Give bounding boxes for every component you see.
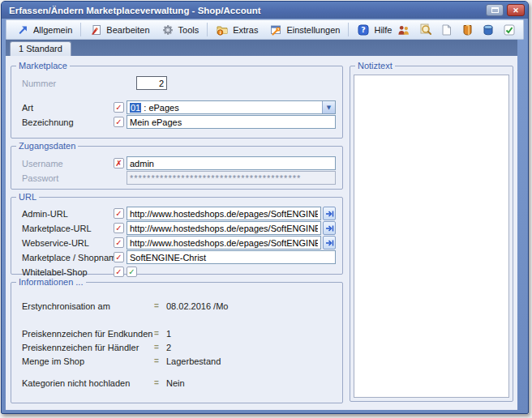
webservice-url-input[interactable]	[127, 236, 321, 250]
window-title: Erfassen/Ändern Marketplaceverwaltung - …	[9, 6, 483, 15]
notiztext-area[interactable]	[354, 75, 509, 398]
menu-item-extras[interactable]: Extras	[210, 21, 264, 39]
bezeichnung-label: Bezeichnung	[22, 117, 114, 127]
group-label-informationen: Informationen ...	[16, 277, 86, 287]
equals-icon: =	[154, 343, 166, 352]
group-notiztext: Notiztext	[350, 66, 513, 402]
marketplace-url-input[interactable]	[127, 221, 321, 235]
info-row: Menge im Shop = Lagerbestand	[22, 354, 336, 368]
admin-url-open-button[interactable]	[323, 207, 336, 220]
info-label: Preiskennzeichen für Händler	[22, 343, 154, 352]
shopname-label: Marketplace / Shopname	[22, 253, 114, 262]
equals-icon: =	[154, 329, 166, 338]
webservice-url-row: Webservice-URL ✓	[22, 236, 336, 250]
users-icon[interactable]	[397, 23, 410, 36]
left-column: Marketplace Nummer Art ✓ 01 : ePages	[11, 66, 343, 405]
info-value: 2	[166, 343, 171, 352]
bezeichnung-modified-check-icon[interactable]: ✓	[114, 117, 124, 127]
info-label: Menge im Shop	[22, 356, 154, 366]
marketplace-url-modified-check-icon[interactable]: ✓	[114, 223, 124, 233]
marketplace-url-row: Marketplace-URL ✓	[22, 221, 336, 235]
bezeichnung-input[interactable]	[127, 115, 336, 129]
webservice-url-modified-check-icon[interactable]: ✓	[114, 237, 124, 248]
username-required-x-icon[interactable]: ✗	[114, 158, 124, 168]
username-label: Username	[22, 159, 114, 168]
open-url-arrow-icon	[325, 224, 334, 232]
whitelabel-checkbox[interactable]: ✓	[127, 267, 137, 277]
admin-url-modified-check-icon[interactable]: ✓	[114, 208, 124, 219]
username-row: Username ✗	[22, 156, 336, 170]
window-body: Allgemein Bearbeiten Tools Extras	[6, 19, 524, 410]
group-zugangsdaten: Zugangsdaten Username ✗ Passwort	[11, 146, 343, 190]
menu-bar: Allgemein Bearbeiten Tools Extras	[6, 19, 524, 40]
art-selected-text: 01	[130, 103, 141, 113]
equals-icon: =	[154, 301, 166, 310]
group-informationen: Informationen ... Erstynchronisation am …	[11, 282, 343, 403]
admin-url-input[interactable]	[127, 207, 321, 220]
art-label: Art	[22, 103, 114, 113]
document-icon[interactable]	[440, 23, 453, 36]
bezeichnung-row: Bezeichnung ✓	[22, 115, 336, 129]
menu-item-einstellungen[interactable]: Einstellungen	[264, 21, 345, 39]
webservice-url-open-button[interactable]	[323, 236, 336, 250]
nummer-label: Nummer	[22, 79, 136, 88]
open-url-arrow-icon	[325, 239, 334, 247]
gear-icon	[161, 23, 174, 36]
menu-item-hilfe[interactable]: ? Hilfe	[351, 21, 397, 39]
whitelabel-label: Whitelabel-Shop	[22, 267, 114, 277]
marketplace-url-open-button[interactable]	[323, 221, 336, 235]
confirm-check-icon[interactable]	[503, 23, 516, 36]
shopname-input[interactable]	[127, 250, 336, 264]
info-label: Preiskennzeichen für Endkunden	[22, 329, 154, 339]
webservice-url-label: Webservice-URL	[22, 238, 114, 248]
group-label-notiztext: Notiztext	[355, 61, 395, 70]
svg-text:?: ?	[362, 25, 367, 34]
dialog-window: Erfassen/Ändern Marketplaceverwaltung - …	[1, 1, 529, 414]
shopname-modified-check-icon[interactable]: ✓	[114, 252, 124, 262]
username-input[interactable]	[127, 156, 336, 170]
passwort-label: Passwort	[22, 173, 114, 183]
database-icon[interactable]	[482, 23, 495, 36]
admin-url-label: Admin-URL	[22, 209, 114, 219]
menu-separator	[348, 23, 349, 36]
info-value: Nein	[166, 378, 185, 388]
info-value: Lagerbestand	[166, 356, 221, 366]
arrow-up-right-icon	[16, 23, 29, 36]
art-combobox[interactable]: 01 : ePages ▼	[127, 100, 336, 114]
menu-label: Hilfe	[374, 25, 392, 35]
menu-label: Bearbeiten	[106, 25, 149, 35]
search-icon[interactable]	[418, 23, 431, 36]
equals-icon: =	[154, 378, 166, 387]
info-row: Erstynchronisation am = 08.02.2016 /Mo	[22, 299, 336, 313]
info-label: Erstynchronisation am	[22, 301, 154, 311]
content-area: Marketplace Nummer Art ✓ 01 : ePages	[6, 56, 517, 410]
art-row: Art ✓ 01 : ePages ▼	[22, 100, 336, 114]
settings-window-icon	[269, 23, 282, 36]
group-label-url: URL	[16, 192, 39, 202]
menu-separator	[207, 23, 208, 36]
whitelabel-modified-check-icon[interactable]: ✓	[114, 267, 124, 277]
art-modified-check-icon[interactable]: ✓	[114, 102, 124, 113]
tab-standard[interactable]: 1 Standard	[10, 41, 71, 56]
art-rest-text: : ePages	[141, 103, 178, 113]
menu-label: Tools	[178, 25, 200, 35]
restore-icon	[491, 7, 499, 13]
menu-separator	[80, 23, 81, 36]
close-button[interactable]: ✕	[507, 4, 525, 16]
form-region: 1 Standard Marketplace Nummer Art ✓	[6, 40, 517, 410]
restore-button[interactable]	[486, 4, 504, 16]
menu-item-allgemein[interactable]: Allgemein	[11, 21, 78, 39]
menu-item-bearbeiten[interactable]: Bearbeiten	[84, 21, 155, 39]
chevron-down-icon: ▼	[327, 104, 331, 111]
edit-document-icon	[89, 23, 102, 36]
menu-item-tools[interactable]: Tools	[156, 21, 205, 39]
close-icon: ✕	[513, 6, 519, 15]
right-column: Notiztext	[350, 66, 513, 405]
menu-label: Allgemein	[33, 25, 72, 35]
art-dropdown-button[interactable]: ▼	[322, 101, 335, 113]
nummer-input[interactable]	[136, 76, 167, 90]
info-value: 1	[166, 329, 171, 339]
package-icon[interactable]	[461, 23, 474, 36]
toolbar-right	[397, 23, 520, 36]
folder-info-icon	[216, 23, 229, 36]
